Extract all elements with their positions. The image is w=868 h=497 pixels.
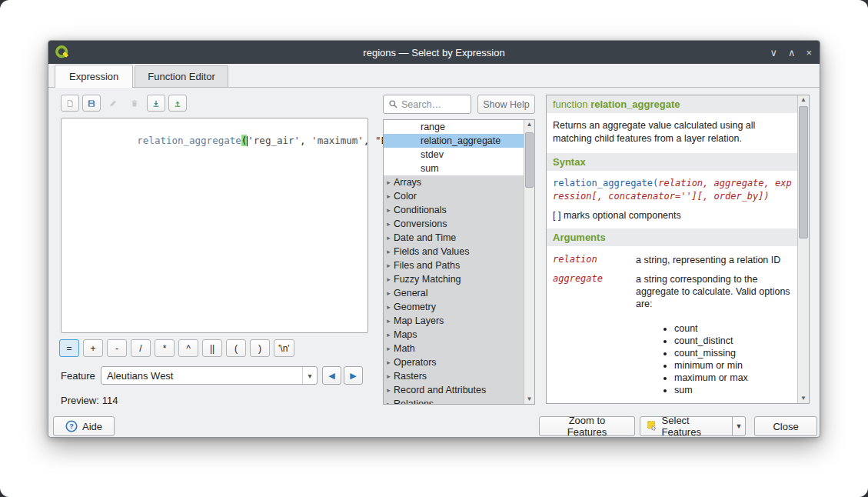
function-list-item[interactable]: ▸ Rasters (384, 369, 524, 383)
new-expression-button[interactable] (61, 95, 79, 112)
help-panel-scrollbar[interactable]: ▲ ▼ (797, 95, 809, 403)
function-list-item[interactable]: ▸ Color (384, 189, 524, 203)
scroll-down-arrow-icon[interactable]: ▼ (524, 395, 534, 404)
expand-arrow-icon[interactable]: ▸ (384, 342, 394, 355)
operator-button[interactable]: '\n' (274, 339, 294, 357)
expand-arrow-icon[interactable]: ▸ (384, 328, 394, 342)
scroll-up-arrow-icon[interactable]: ▲ (524, 120, 534, 129)
select-features-dropdown-arrow[interactable]: ▼ (732, 417, 745, 435)
function-list-item[interactable]: ▸ Operators (384, 355, 524, 369)
function-list-item[interactable]: ▸ Date and Time (384, 231, 524, 245)
operator-button[interactable]: - (107, 339, 127, 357)
import-expressions-button[interactable] (147, 95, 165, 112)
close-window-button[interactable]: × (806, 48, 812, 58)
scrollbar-thumb[interactable] (525, 132, 534, 188)
search-input[interactable]: Search… (383, 95, 471, 114)
function-list-item[interactable]: ▸ Relations (384, 397, 524, 405)
chevron-down-icon[interactable]: ▾ (302, 367, 317, 384)
function-list-item-label: Conditionals (394, 203, 447, 217)
titlebar[interactable]: regions — Select by Expression ∨ ∧ × (48, 41, 820, 64)
expression-editor[interactable]: relation_aggregate('reg_air', 'maximum',… (61, 118, 368, 333)
show-help-button[interactable]: Show Help (477, 95, 535, 114)
select-features-main[interactable]: Select Features (640, 415, 727, 438)
expand-arrow-icon[interactable]: ▸ (384, 383, 394, 397)
expand-arrow-icon[interactable]: ▸ (384, 245, 394, 259)
next-feature-button[interactable]: ▶ (344, 366, 363, 385)
function-list-item[interactable]: ▸ Conversions (384, 217, 524, 231)
help-content: function relation_aggregate Returns an a… (547, 95, 798, 403)
help-button[interactable]: ? Aide (53, 416, 115, 436)
expand-arrow-icon[interactable]: ▸ (384, 231, 394, 245)
zoom-to-features-button[interactable]: Zoom to Features (539, 416, 635, 436)
help-title-function-name: relation_aggregate (590, 98, 680, 110)
function-list-item[interactable]: ▸ General (384, 286, 524, 300)
aggregate-options-list: countcount_distinctcount_missingminimum … (662, 322, 798, 396)
function-list-item[interactable]: ▸ Record and Attributes (384, 383, 524, 397)
function-list-item[interactable]: ▸ Geometry (384, 300, 524, 314)
function-list-item[interactable]: ▸ Fuzzy Matching (384, 272, 524, 286)
function-list-scrollbar[interactable]: ▲ ▼ (524, 120, 534, 404)
function-list-item[interactable]: ▸ range (384, 120, 524, 134)
pencil-icon (109, 98, 117, 109)
operator-button[interactable]: ( (226, 339, 246, 357)
previous-feature-button[interactable]: ◀ (322, 366, 341, 385)
edit-expression-button[interactable] (104, 95, 122, 112)
expand-arrow-icon[interactable]: ▸ (384, 259, 394, 272)
scroll-down-arrow-icon[interactable]: ▼ (798, 394, 809, 403)
expression-text: relation_aggregate('reg_air', 'maximum',… (68, 123, 361, 158)
operator-button[interactable]: = (59, 339, 79, 357)
export-expressions-button[interactable] (168, 95, 187, 112)
feature-combobox[interactable]: Aleutians West ▾ (101, 366, 318, 385)
function-list-item[interactable]: ▸ sum (384, 162, 524, 175)
function-list-item-label: sum (421, 162, 439, 175)
function-list-item[interactable]: ▸ Maps (384, 328, 524, 342)
close-button[interactable]: Close (754, 416, 817, 436)
function-list-item[interactable]: ▸ Arrays (384, 175, 524, 189)
expand-arrow-icon[interactable]: ▸ (384, 286, 394, 300)
feature-label: Feature (61, 370, 101, 382)
maximize-button[interactable]: ∧ (788, 48, 796, 58)
zoom-to-features-label: Zoom to Features (549, 415, 625, 438)
shade-button[interactable]: ∨ (770, 48, 777, 58)
save-icon (88, 98, 95, 109)
expression-segment: 'maximum' (311, 135, 364, 146)
delete-expression-button[interactable] (125, 95, 144, 112)
scrollbar-thumb[interactable] (799, 106, 808, 238)
operator-button[interactable]: ) (250, 339, 270, 357)
function-list-item[interactable]: ▸ stdev (384, 148, 524, 162)
function-list[interactable]: ▸ range ▸ relation_aggregate ▸ stdev ▸ s… (383, 119, 535, 405)
tab-expression[interactable]: Expression (55, 65, 133, 88)
expand-arrow-icon[interactable]: ▸ (384, 175, 394, 189)
expand-arrow-icon[interactable]: ▸ (384, 369, 394, 383)
scroll-up-arrow-icon[interactable]: ▲ (798, 95, 809, 105)
function-list-item[interactable]: ▸ Map Layers (384, 314, 524, 328)
dialog-body: Expression Function Editor (48, 64, 820, 437)
operator-button[interactable]: / (131, 339, 151, 357)
expand-arrow-icon[interactable]: ▸ (384, 314, 394, 328)
expand-arrow-icon[interactable]: ▸ (384, 300, 394, 314)
function-list-item[interactable]: ▸ Files and Paths (384, 259, 524, 272)
operator-button[interactable]: + (83, 339, 103, 357)
expand-arrow-icon[interactable]: ▸ (384, 272, 394, 286)
operator-button[interactable]: || (202, 339, 222, 357)
expand-arrow-icon[interactable]: ▸ (384, 397, 394, 405)
expression-segment: , (364, 135, 375, 146)
function-list-item[interactable]: ▸ Math (384, 342, 524, 355)
search-placeholder: Search… (401, 99, 441, 110)
function-list-item[interactable]: ▸ Conditionals (384, 203, 524, 217)
operator-button[interactable]: * (155, 339, 175, 357)
expand-arrow-icon[interactable]: ▸ (384, 203, 394, 217)
expand-arrow-icon[interactable]: ▸ (384, 355, 394, 369)
select-features-split-button[interactable]: Select Features ▼ (640, 416, 746, 436)
expand-arrow-icon[interactable]: ▸ (384, 217, 394, 231)
tab-function-editor[interactable]: Function Editor (135, 65, 228, 87)
expand-arrow-icon[interactable]: ▸ (384, 189, 394, 203)
aggregate-option: count_distinct (674, 335, 798, 347)
function-list-item[interactable]: ▸ Fields and Values (384, 245, 524, 259)
syntax-code: relation_aggregate(relation, aggregate, … (547, 171, 798, 206)
function-help-panel: function relation_aggregate Returns an a… (546, 95, 810, 404)
function-list-item[interactable]: ▸ relation_aggregate (384, 134, 524, 148)
save-expression-button[interactable] (82, 95, 101, 112)
function-list-item-label: Color (394, 189, 417, 203)
operator-button[interactable]: ^ (178, 339, 198, 357)
